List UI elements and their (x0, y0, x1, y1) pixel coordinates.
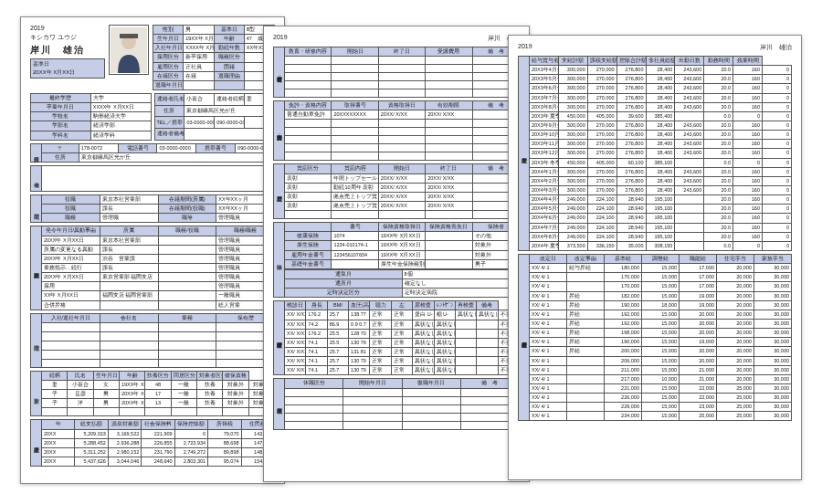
cell: 195,100 (646, 195, 675, 205)
training-table: 教育・研修内容開始日終了日受講費用備 考 (284, 47, 520, 98)
col-header: 入社/退社年月日 (42, 313, 100, 322)
cell: 128 70 (349, 329, 370, 338)
family-table: 続柄氏名生年月日年齢扶養区分同居区分対象者区分健保資格妻小百合女19XX年 X月… (41, 371, 275, 417)
cell (455, 338, 476, 347)
cell: 20,000 (717, 319, 754, 328)
cell: 東京営業部 福岡支店 (100, 273, 158, 282)
cell: 正常 (370, 310, 391, 320)
cell (477, 357, 498, 366)
cell: 25.7 (327, 310, 348, 320)
cell: 15,000 (642, 394, 680, 403)
cell: 15,000 (642, 282, 680, 291)
cell: 195,100 (646, 223, 675, 232)
cell: 2,936,288 (108, 438, 141, 447)
cell (100, 331, 158, 341)
cell: XX/ X/XX (285, 310, 306, 320)
name-kana: キシカワ ユウジ (30, 33, 105, 42)
cell: 0 (763, 223, 792, 232)
cell: 270,000 (587, 131, 616, 140)
cell: 248,640 (142, 457, 174, 466)
cell: 195,100 (646, 205, 675, 214)
cell: 30,000 (754, 394, 792, 403)
cell: 336,150 (587, 241, 616, 250)
cell: 224,100 (587, 195, 616, 205)
cell: 0.0 (704, 111, 733, 121)
cell: 在籍期間(所属) (158, 194, 216, 204)
cell: 通算月 (285, 269, 403, 278)
cell: 在籍期間(役職) (158, 205, 216, 214)
cell (567, 282, 605, 291)
cell: 異状なし (434, 329, 455, 338)
col-header: 免許・資格内容 (285, 101, 332, 110)
cell: 276,800 (616, 140, 646, 149)
cell: 20XX (42, 457, 75, 466)
cell: 異状なし (434, 347, 455, 356)
cell: 学部名 (31, 121, 91, 131)
cell: 20X4年3月分給与 (530, 185, 559, 194)
cell: 2,803,301 (174, 457, 207, 466)
zip-label: 〒 (42, 143, 79, 152)
cell: 20XX/ X/XX (426, 201, 472, 210)
cell: 0 (763, 111, 792, 121)
col-header: 左 (391, 301, 412, 310)
cell: 20,000 (717, 282, 754, 291)
cell: 18,000 (642, 300, 680, 310)
cell: 0 (763, 185, 792, 194)
cell: 25,000 (717, 383, 754, 393)
cell: 308,150 (646, 241, 675, 250)
cell: 28,400 (646, 66, 675, 75)
salary-table: 年総支払額源泉対象額社会保険料保険控除額所得税住民税20XX5,209,0233… (41, 419, 275, 467)
insurance-table: 番号保険資格取得日保険資格喪失日保険者健康保険107419XX年 X月XX日その… (284, 222, 520, 269)
col-header: 血圧(高)-(低) (349, 301, 370, 310)
cell (42, 341, 100, 350)
cell: 226,855 (142, 438, 174, 447)
cell: 160 (733, 176, 763, 185)
cell (158, 350, 216, 359)
cell: 5,437,626 (75, 457, 108, 466)
cell: 25.7 (327, 347, 348, 356)
cell: 385,100 (646, 158, 675, 167)
col-header: 年 (42, 420, 75, 429)
leave-tab: 休職履歴 (273, 378, 284, 429)
salary-tab: 収入履歴 (30, 419, 41, 467)
cell: 28,400 (646, 176, 675, 185)
cell: 270,000 (587, 176, 616, 185)
cell: 昇給 (567, 300, 605, 310)
cell: 拠点売上トップ賞 (332, 192, 378, 201)
cell (675, 241, 704, 250)
hire-date: 20XX年 X月XX日 (33, 69, 75, 75)
medical-tab: 健康診断履歴 (273, 300, 284, 375)
cell: 20X4年8月分給与 (530, 232, 559, 241)
cell: 160 (733, 195, 763, 205)
cell: 定時決定区分 (285, 289, 403, 298)
cell: 22,000 (680, 383, 717, 393)
col-header: 教育・研修内容 (285, 47, 332, 57)
cell: 駒形経済大学 (90, 112, 151, 121)
cell: 30,000 (754, 310, 792, 319)
cell: 正常 (370, 347, 391, 356)
cell: 5,288,452 (75, 438, 108, 447)
cell: XX/ 4/ 1 (530, 329, 567, 338)
cell: 20.0 (704, 102, 733, 111)
cell: 20XX/ X/XX (426, 183, 472, 192)
col-header: 住宅手当 (717, 254, 754, 263)
cell (477, 338, 498, 347)
col-header: 改定事由 (567, 254, 605, 263)
addr-label: 住所 (42, 152, 79, 162)
cell: 28,940 (616, 214, 646, 223)
payment-table: 給与賞与名支給計額課税支給額控除合計額非社員総額出勤日数勤務時間残業時間20X3… (529, 56, 792, 251)
cell: 160 (733, 185, 763, 194)
cell: 25.5 (327, 329, 348, 338)
cell: 昇給 (567, 347, 605, 356)
cell: 229,000 (605, 403, 642, 412)
cell: 20,000 (717, 264, 754, 273)
cell (158, 322, 216, 331)
cell (675, 158, 704, 167)
col-header: 給与賞与名 (530, 57, 559, 66)
cell: 男 (184, 26, 214, 35)
cell: 通所月 (285, 278, 403, 288)
cell: 経済学科 (90, 131, 151, 140)
cell: 表彰 (285, 201, 332, 210)
cell: 国籍 (214, 62, 244, 71)
tel-label: 電話番号 (118, 143, 157, 152)
